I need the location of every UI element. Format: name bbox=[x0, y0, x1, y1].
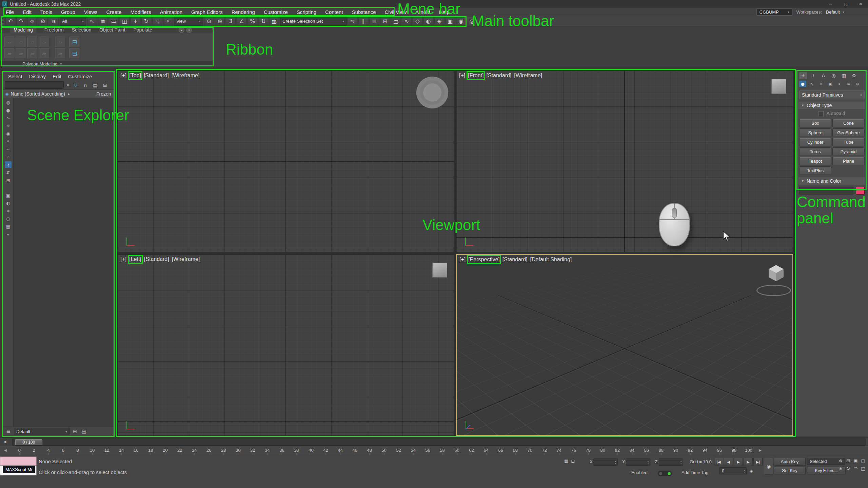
viewport-left-plus-label[interactable]: [+] bbox=[120, 256, 126, 262]
viewport-front-pov-label[interactable]: [Front] bbox=[468, 73, 484, 79]
trackbar-frame-62[interactable]: 62 bbox=[469, 448, 474, 453]
trackbar-frame-12[interactable]: 12 bbox=[104, 448, 109, 453]
display-shapes-icon[interactable]: ∿ bbox=[5, 115, 12, 121]
display-cameras-icon[interactable]: ◉ bbox=[5, 130, 12, 137]
lock-icon[interactable]: ∩ bbox=[82, 82, 89, 88]
bind-to-space-warp-icon[interactable]: ≋ bbox=[49, 17, 59, 26]
undo-icon[interactable]: ↶ bbox=[5, 17, 15, 26]
trackbar-frame-8[interactable]: 8 bbox=[76, 448, 79, 453]
trackbar-frame-54[interactable]: 54 bbox=[411, 448, 415, 453]
trackbar-frame-2[interactable]: 2 bbox=[33, 448, 35, 453]
explorer-menu-display[interactable]: Display bbox=[26, 74, 49, 79]
viewport-top-plus-label[interactable]: [+] bbox=[120, 73, 126, 79]
display-containers-icon[interactable]: ▣ bbox=[5, 192, 12, 199]
offset-mode-icon[interactable]: ⊡ bbox=[571, 459, 575, 464]
viewport-front-plus-label[interactable]: [+] bbox=[459, 73, 465, 79]
name-color-rollout[interactable]: ▼ Name and Color bbox=[798, 177, 865, 185]
footer-menu-icon[interactable]: ≡ bbox=[5, 428, 12, 435]
systems-category-icon[interactable]: ⊛ bbox=[854, 81, 861, 87]
explorer-settings-button[interactable]: ▤ bbox=[80, 428, 87, 435]
display-xrefs-icon[interactable]: ⇵ bbox=[5, 169, 12, 176]
menu-civil-view[interactable]: Civil View bbox=[380, 8, 411, 16]
trackbar-frame-82[interactable]: 82 bbox=[615, 448, 620, 453]
spinner-icon[interactable]: ▴▾ bbox=[614, 459, 617, 465]
rectangular-selection-region-icon[interactable]: ▭ bbox=[109, 17, 119, 26]
trackbar-frame-58[interactable]: 58 bbox=[440, 448, 445, 453]
trackbar-frame-80[interactable]: 80 bbox=[600, 448, 605, 453]
object-type-cone-button[interactable]: Cone bbox=[832, 119, 865, 127]
use-selection-center-icon[interactable]: ⊚ bbox=[215, 17, 225, 26]
select-by-name-icon[interactable]: ≡ bbox=[98, 17, 108, 26]
search-input[interactable] bbox=[5, 81, 64, 89]
maximize-button[interactable]: ▢ bbox=[838, 0, 853, 8]
modify-tab-icon[interactable]: ≀ bbox=[809, 72, 817, 79]
menu-content[interactable]: Content bbox=[321, 8, 348, 16]
trackbar-frame-48[interactable]: 48 bbox=[367, 448, 372, 453]
maxscript-macro-recorder[interactable] bbox=[0, 456, 37, 466]
menu-tools[interactable]: Tools bbox=[36, 8, 57, 16]
object-type-torus-button[interactable]: Torus bbox=[799, 147, 831, 156]
select-and-scale-icon[interactable]: ◹ bbox=[152, 17, 162, 26]
trackbar-frame-30[interactable]: 30 bbox=[236, 448, 240, 453]
select-and-link-icon[interactable]: ∞ bbox=[27, 17, 37, 26]
ribbon-tab-modeling[interactable]: Modeling bbox=[10, 27, 36, 33]
zoom-extents-icon[interactable]: ▣ bbox=[852, 457, 859, 464]
ribbon-tab-populate[interactable]: Populate bbox=[133, 27, 152, 33]
render-setup-icon[interactable]: ◈ bbox=[434, 17, 444, 26]
viewport-front-shading-label[interactable]: [Wireframe] bbox=[514, 73, 542, 79]
time-slider-track[interactable]: 0 / 100 bbox=[12, 439, 866, 446]
ribbon-tool-button[interactable]: ▱ bbox=[39, 48, 50, 59]
ribbon-tab-selection[interactable]: Selection bbox=[72, 27, 92, 33]
object-type-textplus-button[interactable]: TextPlus bbox=[799, 166, 831, 175]
trackbar-frame-38[interactable]: 38 bbox=[294, 448, 299, 453]
window-crossing-icon[interactable]: ◫ bbox=[120, 17, 130, 26]
new-scene-explorer-button[interactable]: ⊞ bbox=[72, 428, 78, 435]
menu-scripting[interactable]: Scripting bbox=[292, 8, 321, 16]
geometry-category-icon[interactable]: ● bbox=[799, 81, 806, 87]
trackbar-frame-78[interactable]: 78 bbox=[586, 448, 591, 453]
trackbar-frame-100[interactable]: 100 bbox=[745, 448, 752, 453]
trackbar-frame-60[interactable]: 60 bbox=[454, 448, 459, 453]
display-frozen-icon[interactable]: ∗ bbox=[5, 207, 12, 214]
object-type-plane-button[interactable]: Plane bbox=[832, 157, 865, 165]
viewcube[interactable] bbox=[432, 263, 447, 278]
trackbar-frame-44[interactable]: 44 bbox=[338, 448, 342, 453]
autogrid-checkbox[interactable] bbox=[818, 111, 824, 116]
trackbar-frame-34[interactable]: 34 bbox=[265, 448, 270, 453]
display-space-warps-icon[interactable]: ≈ bbox=[5, 146, 12, 152]
object-color-swatch[interactable] bbox=[856, 187, 865, 195]
percent-snap-icon[interactable]: % bbox=[248, 17, 257, 26]
menu-help[interactable]: Help bbox=[435, 8, 454, 16]
set-keys-button[interactable]: ◉ bbox=[764, 458, 773, 475]
viewport-left-standard-label[interactable]: [Standard] bbox=[144, 256, 169, 262]
object-type-sphere-button[interactable]: Sphere bbox=[799, 128, 831, 137]
object-type-pyramid-button[interactable]: Pyramid bbox=[832, 147, 865, 156]
column-frozen-label[interactable]: Frozen bbox=[96, 91, 111, 97]
layer-explorer-icon[interactable]: ≣ bbox=[369, 17, 379, 26]
space-warps-category-icon[interactable]: ≈ bbox=[845, 81, 852, 87]
ribbon-options-button[interactable]: ▾ bbox=[186, 27, 192, 33]
trackbar-right-arrow[interactable]: ▶ bbox=[759, 448, 762, 452]
maximize-viewport-toggle-icon[interactable]: ◱ bbox=[860, 465, 866, 472]
shapes-category-icon[interactable]: ∿ bbox=[808, 81, 815, 87]
set-key-button[interactable]: Set Key bbox=[774, 467, 806, 474]
viewcube[interactable] bbox=[767, 264, 785, 282]
object-type-tube-button[interactable]: Tube bbox=[832, 138, 865, 146]
display-bones-icon[interactable]: ≀ bbox=[5, 161, 12, 168]
trackbar-frame-70[interactable]: 70 bbox=[527, 448, 532, 453]
next-frame-button[interactable]: ▶ bbox=[744, 458, 753, 466]
schematic-view-icon[interactable]: ◇ bbox=[413, 17, 422, 26]
trackbar-frame-0[interactable]: 0 bbox=[18, 448, 20, 453]
display-lights-icon[interactable]: ☼ bbox=[5, 122, 12, 129]
menu-file[interactable]: File bbox=[1, 8, 18, 16]
named-selection-set-combo[interactable]: Create Selection Set▾ bbox=[280, 17, 347, 26]
trackbar-frame-66[interactable]: 66 bbox=[498, 448, 503, 453]
align-icon[interactable]: ∥ bbox=[358, 17, 368, 26]
create-tab-icon[interactable]: + bbox=[799, 72, 807, 79]
explorer-column-header[interactable]: ◉ Name (Sorted Ascending) ▲ Frozen bbox=[3, 89, 114, 98]
use-pivot-center-icon[interactable]: ⊙ bbox=[204, 17, 214, 26]
ribbon-tab-freeform[interactable]: Freeform bbox=[44, 27, 64, 33]
menu-modifiers[interactable]: Modifiers bbox=[126, 8, 156, 16]
trackbar-frame-26[interactable]: 26 bbox=[206, 448, 211, 453]
menu-animation[interactable]: Animation bbox=[155, 8, 187, 16]
